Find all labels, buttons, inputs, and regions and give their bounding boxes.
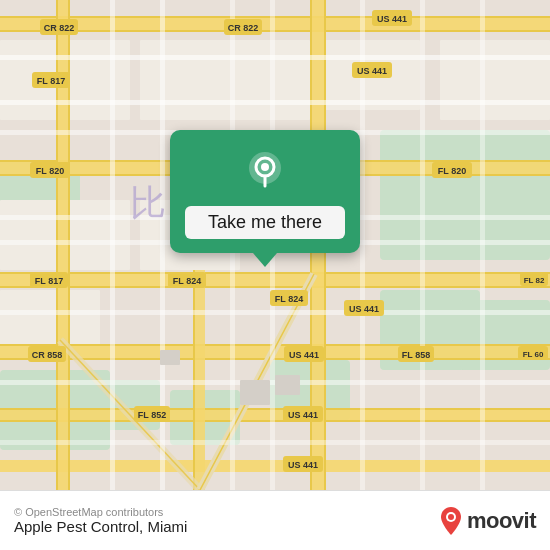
svg-text:FL 817: FL 817	[35, 276, 63, 286]
footer: © OpenStreetMap contributors Apple Pest …	[0, 490, 550, 550]
svg-text:US 441: US 441	[349, 304, 379, 314]
svg-text:CR 858: CR 858	[32, 350, 63, 360]
location-popup[interactable]: Take me there	[170, 130, 360, 253]
svg-text:CR 822: CR 822	[44, 23, 75, 33]
svg-text:US 441: US 441	[357, 66, 387, 76]
svg-rect-58	[480, 0, 485, 490]
svg-text:FL 824: FL 824	[275, 294, 303, 304]
svg-text:US 441: US 441	[288, 460, 318, 470]
moovit-pin-icon	[439, 507, 463, 535]
svg-text:FL 817: FL 817	[37, 76, 65, 86]
svg-text:FL 60: FL 60	[523, 350, 544, 359]
svg-rect-10	[140, 40, 310, 120]
svg-text:FL 820: FL 820	[36, 166, 64, 176]
svg-text:FL 852: FL 852	[138, 410, 166, 420]
svg-text:US 441: US 441	[377, 14, 407, 24]
svg-rect-98	[240, 380, 270, 405]
svg-text:FL 858: FL 858	[402, 350, 430, 360]
svg-rect-99	[275, 375, 300, 395]
svg-text:FL 82: FL 82	[524, 276, 545, 285]
footer-left: © OpenStreetMap contributors Apple Pest …	[14, 506, 187, 535]
map-attribution: © OpenStreetMap contributors	[14, 506, 187, 518]
svg-text:US 441: US 441	[288, 410, 318, 420]
svg-text:比: 比	[130, 182, 166, 223]
take-me-there-button[interactable]: Take me there	[185, 206, 345, 239]
svg-point-103	[261, 163, 269, 171]
place-name: Apple Pest Control, Miami	[14, 518, 187, 535]
moovit-wordmark: moovit	[467, 508, 536, 534]
svg-rect-100	[160, 350, 180, 365]
svg-point-105	[448, 514, 454, 520]
svg-text:FL 824: FL 824	[173, 276, 201, 286]
map-container: CR 822 CR 822 US 441 US 441 FL 817 FL 82…	[0, 0, 550, 490]
svg-text:US 441: US 441	[289, 350, 319, 360]
svg-rect-52	[110, 0, 115, 490]
location-pin-icon	[243, 150, 287, 194]
svg-text:CR 822: CR 822	[228, 23, 259, 33]
svg-rect-14	[440, 40, 550, 120]
svg-rect-57	[420, 0, 425, 490]
svg-text:FL 820: FL 820	[438, 166, 466, 176]
moovit-logo: moovit	[439, 507, 536, 535]
